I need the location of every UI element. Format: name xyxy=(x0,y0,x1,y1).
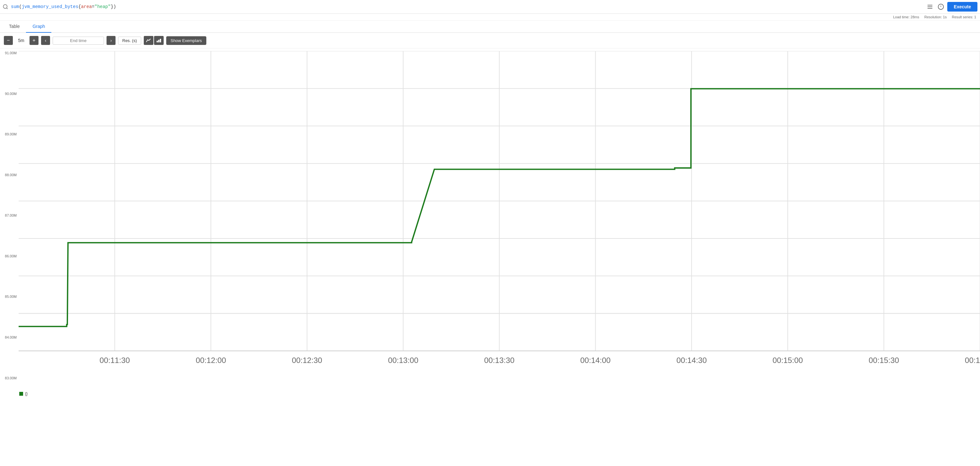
y-label: 86.00M xyxy=(2,254,17,258)
tabs: Table Graph xyxy=(0,21,980,33)
result-series: Result series: 1 xyxy=(952,15,976,19)
legend: {} xyxy=(0,389,980,399)
chart-type-buttons xyxy=(144,36,164,45)
svg-text:00:11:30: 00:11:30 xyxy=(99,356,130,364)
search-icon xyxy=(3,4,8,10)
history-button[interactable] xyxy=(926,3,934,11)
legend-label: {} xyxy=(25,391,28,396)
svg-text:00:15:30: 00:15:30 xyxy=(869,356,899,364)
svg-text:00:13:30: 00:13:30 xyxy=(484,356,515,364)
chart-container: 91.00M 90.00M 89.00M 88.00M 87.00M 86.00… xyxy=(0,48,980,401)
tab-graph[interactable]: Graph xyxy=(26,21,51,33)
execute-button[interactable]: Execute xyxy=(947,2,977,11)
end-time-input[interactable] xyxy=(52,37,104,45)
svg-rect-10 xyxy=(160,39,161,42)
svg-text:00:12:00: 00:12:00 xyxy=(196,356,226,364)
resolution-button[interactable]: Res. (s) xyxy=(118,37,141,45)
y-label: 88.00M xyxy=(2,173,17,177)
chart-svg-area: 00:11:30 00:12:00 00:12:30 00:13:00 00:1… xyxy=(19,51,980,389)
svg-text:00:13:00: 00:13:00 xyxy=(388,356,418,364)
y-label: 90.00M xyxy=(2,92,17,95)
y-label: 85.00M xyxy=(2,294,17,299)
y-label: 84.00M xyxy=(2,336,17,339)
svg-text:00:14:30: 00:14:30 xyxy=(676,356,707,364)
legend-color-swatch xyxy=(19,392,23,396)
y-label: 83.00M xyxy=(2,376,17,380)
y-label: 87.00M xyxy=(2,213,17,217)
duration-display: 5m xyxy=(15,38,27,43)
y-axis: 91.00M 90.00M 89.00M 88.00M 87.00M 86.00… xyxy=(0,51,19,389)
tab-table[interactable]: Table xyxy=(3,21,26,33)
next-time-button[interactable]: › xyxy=(107,36,116,45)
svg-text:00:15:00: 00:15:00 xyxy=(773,356,803,364)
svg-point-0 xyxy=(3,5,7,8)
svg-text:00:12:30: 00:12:30 xyxy=(292,356,323,364)
svg-text:00:14:00: 00:14:00 xyxy=(580,356,611,364)
query-actions: Execute xyxy=(926,2,977,11)
decrease-duration-button[interactable]: − xyxy=(4,36,13,45)
y-label: 89.00M xyxy=(2,132,17,136)
resolution: Resolution: 1s xyxy=(924,15,947,19)
show-exemplars-button[interactable]: Show Exemplars xyxy=(166,36,207,45)
y-label: 91.00M xyxy=(2,51,17,55)
line-chart-button[interactable] xyxy=(144,36,153,45)
graph-controls: − 5m + ‹ › Res. (s) Show Exemplars xyxy=(0,33,980,48)
prev-time-button[interactable]: ‹ xyxy=(41,36,50,45)
chart-svg: 00:11:30 00:12:00 00:12:30 00:13:00 00:1… xyxy=(19,51,980,389)
svg-text:00:16:00: 00:16:00 xyxy=(965,356,980,364)
query-display[interactable]: sum(jvm_memory_used_bytes{area="heap"}) xyxy=(11,4,923,9)
search-bar: sum(jvm_memory_used_bytes{area="heap"}) … xyxy=(0,0,980,14)
stacked-chart-button[interactable] xyxy=(154,36,164,45)
settings-button[interactable] xyxy=(936,3,945,11)
svg-rect-9 xyxy=(158,40,159,42)
svg-line-1 xyxy=(6,8,7,9)
load-time: Load time: 28ms xyxy=(893,15,919,19)
chart-wrap: 91.00M 90.00M 89.00M 88.00M 87.00M 86.00… xyxy=(0,51,980,389)
svg-rect-8 xyxy=(157,41,158,42)
increase-duration-button[interactable]: + xyxy=(30,36,38,45)
meta-bar: Load time: 28ms Resolution: 1s Result se… xyxy=(0,14,980,21)
